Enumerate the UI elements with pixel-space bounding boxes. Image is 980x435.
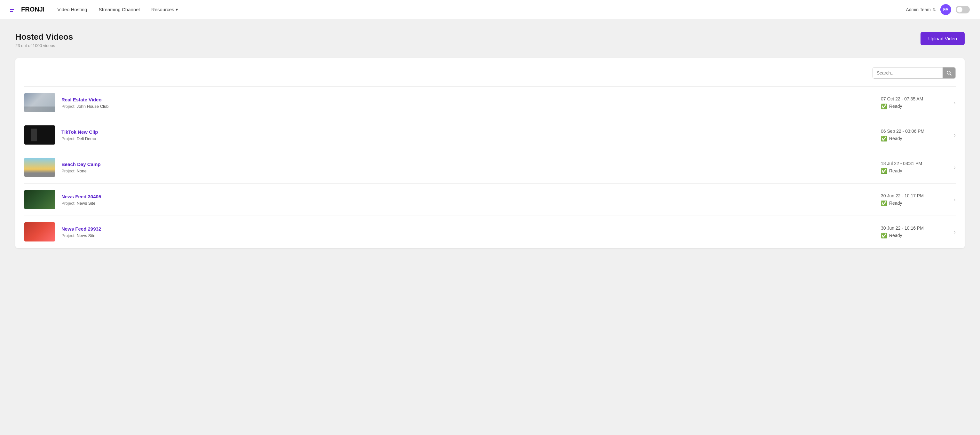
brand-name: FRONJI [21,6,45,13]
search-button[interactable] [943,67,955,78]
page-title: Hosted Videos [15,32,73,42]
video-date: 07 Oct 22 - 07:35 AM [881,96,923,101]
search-row [24,67,956,79]
video-status: ✅ Ready [881,103,902,109]
video-info: News Feed 29932 Project: News Site [61,226,875,238]
status-label: Ready [889,201,902,206]
video-date: 06 Sep 22 - 03:06 PM [881,129,924,134]
video-title[interactable]: TikTok New Clip [61,129,98,135]
ready-icon: ✅ [881,200,887,206]
video-meta: 30 Jun 22 - 10:17 PM ✅ Ready [881,193,945,206]
video-thumbnail [24,158,55,177]
dropdown-arrow-icon: ▾ [176,7,178,13]
video-status: ✅ Ready [881,200,902,206]
project-name: News Site [77,201,95,206]
svg-rect-1 [10,11,13,12]
video-row: Beach Day Camp Project: None 18 Jul 22 -… [24,151,956,183]
video-date: 30 Jun 22 - 10:17 PM [881,193,924,198]
chevron-right-icon[interactable]: › [954,164,956,171]
chevron-right-icon[interactable]: › [954,132,956,139]
ready-icon: ✅ [881,135,887,142]
page-title-block: Hosted Videos 23 out of 1000 videos [15,32,73,48]
video-project: Project: Deli Demo [61,136,875,141]
video-title[interactable]: Real Estate Video [61,97,102,102]
team-selector[interactable]: Admin Team ⇅ [906,7,936,12]
video-date: 30 Jun 22 - 10:16 PM [881,226,924,231]
status-label: Ready [889,168,902,174]
video-info: TikTok New Clip Project: Deli Demo [61,129,875,141]
video-meta: 30 Jun 22 - 10:16 PM ✅ Ready [881,226,945,239]
project-name: Deli Demo [77,136,96,141]
search-icon [947,70,951,75]
nav-streaming-channel[interactable]: Streaming Channel [99,7,140,13]
video-status: ✅ Ready [881,168,902,174]
team-sort-icon: ⇅ [933,7,936,12]
team-name: Admin Team [906,7,931,12]
nav-links: Video Hosting Streaming Channel Resource… [57,7,893,13]
video-info: News Feed 30405 Project: News Site [61,194,875,206]
nav-video-hosting[interactable]: Video Hosting [57,7,87,13]
upload-video-button[interactable]: Upload Video [921,32,965,45]
project-name: News Site [77,233,95,238]
ready-icon: ✅ [881,103,887,109]
video-row: Real Estate Video Project: John House Cl… [24,87,956,119]
video-thumbnail [24,222,55,242]
video-status: ✅ Ready [881,135,902,142]
video-info: Beach Day Camp Project: None [61,161,875,174]
avatar[interactable]: FA [940,4,951,15]
page-content: Hosted Videos 23 out of 1000 videos Uplo… [0,19,980,261]
toggle-switch[interactable] [956,6,970,13]
video-thumbnail [24,125,55,145]
video-meta: 18 Jul 22 - 08:31 PM ✅ Ready [881,161,945,174]
video-row: News Feed 29932 Project: News Site 30 Ju… [24,216,956,248]
video-project: Project: News Site [61,233,875,238]
nav-right: Admin Team ⇅ FA [906,4,970,15]
video-title[interactable]: News Feed 29932 [61,226,101,231]
ready-icon: ✅ [881,233,887,239]
video-project: Project: News Site [61,201,875,206]
video-meta: 06 Sep 22 - 03:06 PM ✅ Ready [881,129,945,142]
nav-resources[interactable]: Resources ▾ [151,7,178,13]
svg-line-3 [950,74,951,75]
search-wrapper [873,67,956,79]
video-row: News Feed 30405 Project: News Site 30 Ju… [24,183,956,216]
chevron-right-icon[interactable]: › [954,99,956,106]
video-thumbnail [24,190,55,209]
page-header: Hosted Videos 23 out of 1000 videos Uplo… [15,32,965,48]
svg-rect-0 [10,9,14,10]
logo[interactable]: FRONJI [10,6,45,13]
video-list: Real Estate Video Project: John House Cl… [24,86,956,248]
project-name: None [77,169,87,174]
status-label: Ready [889,233,902,238]
chevron-right-icon[interactable]: › [954,229,956,236]
video-row: TikTok New Clip Project: Deli Demo 06 Se… [24,119,956,151]
page-subtitle: 23 out of 1000 videos [15,43,73,48]
video-status: ✅ Ready [881,233,902,239]
video-title[interactable]: News Feed 30405 [61,194,101,199]
navbar: FRONJI Video Hosting Streaming Channel R… [0,0,980,19]
status-label: Ready [889,104,902,109]
video-info: Real Estate Video Project: John House Cl… [61,97,875,109]
project-name: John House Club [77,104,109,109]
video-meta: 07 Oct 22 - 07:35 AM ✅ Ready [881,96,945,109]
ready-icon: ✅ [881,168,887,174]
chevron-right-icon[interactable]: › [954,196,956,203]
status-label: Ready [889,136,902,141]
videos-card: Real Estate Video Project: John House Cl… [15,58,965,248]
video-title[interactable]: Beach Day Camp [61,161,101,167]
video-project: Project: John House Club [61,104,875,109]
search-input[interactable] [873,67,943,78]
video-project: Project: None [61,169,875,174]
logo-icon [10,6,19,13]
video-date: 18 Jul 22 - 08:31 PM [881,161,922,166]
video-thumbnail [24,93,55,112]
